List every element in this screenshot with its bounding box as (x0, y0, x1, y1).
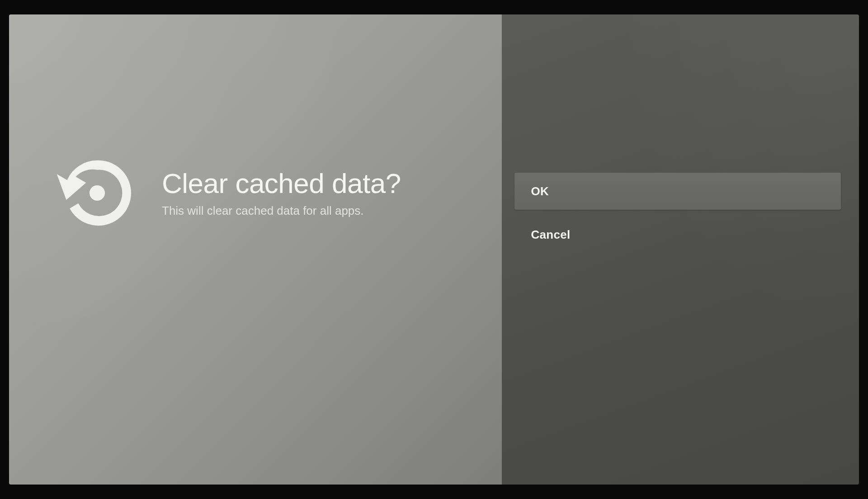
cancel-button-label: Cancel (531, 228, 570, 242)
dialog-subtitle: This will clear cached data for all apps… (162, 204, 401, 218)
svg-point-0 (90, 185, 105, 201)
dialog-content: Clear cached data? This will clear cache… (54, 150, 401, 236)
ok-button[interactable]: OK (514, 173, 841, 210)
restore-icon (54, 150, 140, 236)
ok-button-label: OK (531, 184, 549, 198)
dialog-title: Clear cached data? (162, 168, 401, 199)
dialog-text: Clear cached data? This will clear cache… (162, 168, 401, 217)
cancel-button[interactable]: Cancel (514, 216, 841, 253)
dialog-actions-panel: OK Cancel (502, 14, 859, 485)
dialog-info-panel: Clear cached data? This will clear cache… (9, 14, 502, 485)
confirmation-dialog: Clear cached data? This will clear cache… (9, 14, 859, 485)
action-button-list: OK Cancel (514, 173, 841, 253)
